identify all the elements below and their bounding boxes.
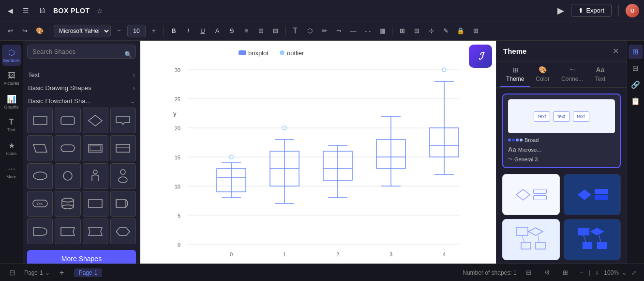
star-button[interactable]: ☆	[94, 5, 106, 16]
font-selector[interactable]: Microsoft YaHei	[54, 25, 111, 37]
section-text[interactable]: Text ›	[27, 68, 136, 81]
pen-button[interactable]: ✏	[318, 24, 330, 38]
microsoft-option[interactable]: Aa Microsо...	[508, 146, 615, 153]
shape-partial3[interactable]	[83, 219, 108, 244]
toggle-sidebar-button[interactable]: ⊟	[6, 266, 18, 280]
add-page-button[interactable]: +	[56, 266, 68, 280]
sidebar-item-pictures[interactable]: 🖼 Pictures	[2, 68, 21, 89]
shape-ellipse[interactable]	[27, 163, 53, 189]
shape-circle[interactable]	[55, 163, 80, 189]
current-page-tab[interactable]: Page-1	[74, 268, 103, 277]
redo-button[interactable]: ↪	[18, 24, 31, 38]
shape-format-button[interactable]: ⬡	[303, 24, 316, 38]
shape-banner[interactable]	[110, 108, 136, 133]
microsoft-label: Microsо...	[518, 147, 541, 153]
menu-button[interactable]: ☰	[20, 5, 32, 16]
line-style-button[interactable]: —	[347, 24, 359, 38]
theme-selected-card[interactable]: text text text Bro	[502, 94, 621, 168]
section-flowchart[interactable]: Basic Flowchart Sha... ⌄	[27, 94, 136, 108]
general3-option[interactable]: ⤳ General 3	[508, 156, 615, 162]
text-format-button[interactable]: T	[289, 24, 301, 38]
settings-button[interactable]: ⚙	[541, 266, 554, 280]
right-icon-theme[interactable]: ⊞	[629, 45, 643, 59]
shape-yes-no[interactable]: Yes	[27, 191, 53, 217]
theme-card-light[interactable]	[502, 219, 560, 260]
export-button[interactable]: ⬆ Export	[571, 4, 612, 17]
border-style-button[interactable]: ▦	[376, 24, 389, 38]
align-center-button[interactable]: ⊟	[255, 24, 267, 38]
shape-cylinder[interactable]	[55, 191, 80, 217]
cell-button[interactable]: ⊞	[396, 24, 408, 38]
right-icon-format[interactable]: ⊟	[629, 61, 643, 76]
sidebar-item-graphs[interactable]: 📊 Graphs	[2, 91, 21, 112]
shape-stadium[interactable]	[55, 135, 80, 161]
shape-partial1[interactable]	[27, 219, 53, 244]
strikethrough-button[interactable]: S	[225, 24, 238, 38]
canvas-area[interactable]: ℐ boxplot outlier y 30 25 20 15	[140, 41, 496, 264]
arrange-button[interactable]: ⊹	[425, 24, 437, 38]
connector-format-button[interactable]: ⤳	[332, 24, 345, 38]
shape-partial2[interactable]	[55, 219, 80, 244]
shape-parallelogram[interactable]	[27, 135, 53, 161]
align-left-button[interactable]: ≡	[240, 24, 253, 38]
sidebar-item-text[interactable]: T Text	[2, 114, 21, 136]
shape-scrollable[interactable]	[83, 191, 108, 217]
table-button[interactable]: ⊞	[469, 24, 482, 38]
play-button[interactable]: ▶	[554, 3, 567, 18]
vertical-align-button[interactable]: ⊟	[269, 24, 282, 38]
svg-text:3: 3	[389, 251, 392, 257]
sidebar-item-icons[interactable]: ★ Icons	[2, 138, 21, 159]
shape-box[interactable]	[110, 135, 136, 161]
font-color-button[interactable]: A	[211, 24, 224, 38]
page-selector[interactable]: Page-1 ⌄	[24, 269, 50, 276]
theme-card-outline[interactable]	[502, 174, 560, 215]
zoom-in-button[interactable]: +	[593, 267, 601, 278]
theme-card-dark-flow[interactable]	[564, 219, 621, 260]
italic-button[interactable]: I	[182, 24, 195, 38]
theme-card-filled[interactable]	[564, 174, 621, 215]
avatar[interactable]: U	[626, 4, 639, 17]
more-shapes-button[interactable]: More Shapes	[27, 250, 136, 264]
underline-button[interactable]: U	[196, 24, 209, 38]
shape-rounded-rect[interactable]	[55, 108, 80, 133]
doc-icon-button[interactable]: 🗎	[36, 4, 49, 17]
sidebar-item-symbols[interactable]: ⬡ Symbols	[2, 45, 21, 66]
tab-color[interactable]: 🎨 Color	[530, 62, 555, 87]
search-input[interactable]	[27, 45, 136, 59]
right-icon-data[interactable]: 📋	[629, 94, 643, 109]
font-size-input[interactable]	[127, 25, 146, 37]
edit-button[interactable]: ✎	[439, 24, 452, 38]
tab-theme[interactable]: ⊞ Theme	[500, 62, 530, 87]
shape-delay[interactable]	[110, 191, 136, 217]
panel-toggle-button[interactable]: ⊞	[559, 266, 572, 280]
shape-diamond[interactable]	[83, 108, 108, 133]
bold-button[interactable]: B	[167, 24, 180, 38]
tab-text[interactable]: Aa Text	[589, 62, 611, 87]
shape-person2[interactable]	[110, 163, 136, 189]
section-basic-drawing[interactable]: Basic Drawing Shapes ›	[27, 81, 136, 94]
close-panel-button[interactable]: ✕	[612, 46, 620, 57]
shape-frame[interactable]	[83, 135, 108, 161]
back-button[interactable]: ◀	[5, 5, 16, 16]
box-plot-chart: boxplot outlier y 30 25 20 15 10 5 0	[159, 41, 478, 264]
broad-option[interactable]: Broad	[508, 137, 539, 143]
avatar-initials: U	[630, 8, 634, 14]
sidebar-item-more[interactable]: ⋯ More	[2, 161, 21, 182]
layer-button[interactable]: ⊟	[523, 266, 535, 280]
tab-connector[interactable]: ⤳ Conne...	[555, 62, 589, 87]
shape-person[interactable]	[83, 163, 108, 189]
rectangle-svg	[32, 115, 48, 126]
font-size-increase[interactable]: +	[148, 24, 160, 38]
fullscreen-button[interactable]: ⤢	[629, 268, 638, 277]
theme-cards-row1	[502, 174, 621, 215]
shape-rectangle[interactable]	[27, 108, 53, 133]
paint-button[interactable]: 🎨	[33, 24, 46, 38]
dash-style-button[interactable]: - -	[361, 24, 374, 38]
lock-button[interactable]: 🔒	[454, 24, 467, 38]
right-icon-link[interactable]: 🔗	[629, 78, 643, 92]
cell2-button[interactable]: ⊟	[410, 24, 423, 38]
font-size-decrease[interactable]: −	[113, 24, 125, 38]
shape-partial4[interactable]	[110, 219, 136, 244]
zoom-out-button[interactable]: −	[578, 267, 586, 278]
undo-button[interactable]: ↩	[4, 24, 16, 38]
